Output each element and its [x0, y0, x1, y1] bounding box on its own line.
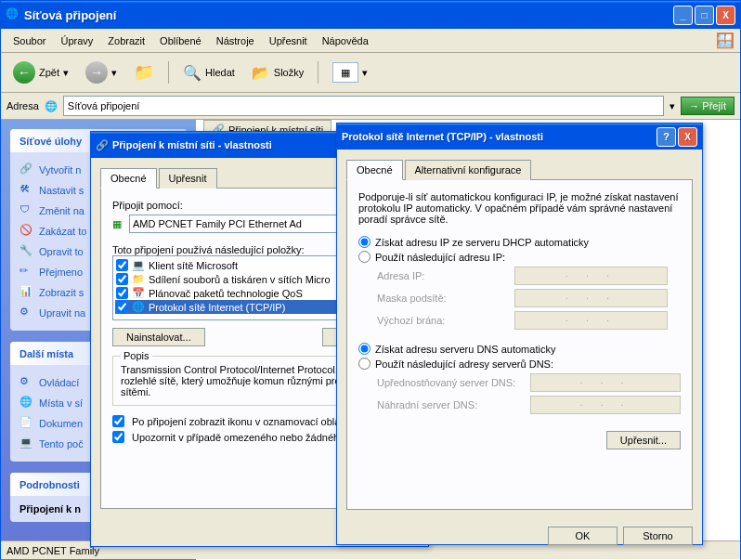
- address-input[interactable]: [63, 96, 664, 116]
- auto-dns-label: Získat adresu serveru DNS automaticky: [375, 344, 555, 355]
- task-label: Zobrazit s: [39, 287, 84, 298]
- forward-arrow-icon: →: [85, 61, 108, 84]
- view-button[interactable]: ▦ ▾: [326, 59, 374, 86]
- up-button[interactable]: 📁: [127, 59, 161, 86]
- folder-up-icon: 📁: [134, 62, 154, 83]
- panel-title: Další místa: [20, 348, 73, 359]
- menu-napoveda[interactable]: Nápověda: [316, 33, 375, 48]
- advanced-button[interactable]: Upřesnit...: [606, 431, 681, 449]
- place-label: Tento poč: [39, 438, 84, 449]
- panel-title: Síťové úlohy: [20, 136, 82, 147]
- menu-upravy[interactable]: Úpravy: [54, 33, 99, 48]
- static-ip-label: Použít následující adresu IP:: [375, 252, 505, 263]
- dhcp-radio[interactable]: [358, 236, 370, 248]
- component-label: Sdílení souborů a tiskáren v sítích Micr…: [149, 274, 331, 285]
- show-icon-checkbox[interactable]: [112, 415, 124, 427]
- folders-button[interactable]: 📂 Složky: [245, 60, 310, 85]
- tab-general[interactable]: Obecné: [346, 160, 403, 180]
- tab-advanced[interactable]: Upřesnit: [159, 168, 217, 189]
- close-button[interactable]: X: [716, 6, 735, 25]
- view-icon: ▦: [332, 62, 358, 83]
- task-label: Opravit to: [39, 246, 84, 257]
- menu-zobrazit[interactable]: Zobrazit: [101, 33, 151, 48]
- dialog-titlebar[interactable]: Protokol sítě Internet (TCP/IP) - vlastn…: [337, 124, 702, 150]
- task-label: Nastavit s: [39, 185, 84, 196]
- place-label: Ovládací: [39, 377, 79, 388]
- place-label: Místa v sí: [39, 397, 83, 409]
- component-icon: 🌐: [132, 301, 145, 313]
- menu-soubor[interactable]: Soubor: [6, 33, 52, 48]
- notify-checkbox[interactable]: [112, 431, 124, 443]
- auto-dns-radio[interactable]: [358, 343, 370, 355]
- static-ip-radio[interactable]: [358, 251, 370, 263]
- task-icon: 🛡: [20, 203, 34, 218]
- component-icon: 📅: [132, 287, 145, 299]
- task-icon: 🚫: [20, 224, 34, 239]
- component-checkbox[interactable]: [116, 301, 128, 313]
- component-checkbox[interactable]: [116, 287, 128, 299]
- dropdown-icon[interactable]: ▾: [670, 100, 675, 112]
- intro-text: Podporuje-li síť automatickou konfigurac…: [358, 191, 681, 225]
- place-icon: 💻: [20, 436, 34, 451]
- back-arrow-icon: ←: [13, 61, 35, 84]
- dropdown-icon: ▾: [362, 67, 368, 79]
- component-label: Klient sítě Microsoft: [149, 260, 238, 271]
- search-button[interactable]: 🔍 Hledat: [176, 60, 241, 85]
- ip-address-label: Adresa IP:: [377, 270, 507, 281]
- task-icon: 🔧: [20, 244, 34, 259]
- place-icon: 🌐: [20, 396, 34, 410]
- back-button[interactable]: ← Zpět ▾: [6, 58, 75, 87]
- dialog-close-button[interactable]: X: [678, 127, 697, 147]
- task-label: Změnit na: [39, 205, 84, 216]
- search-icon: 🔍: [183, 64, 202, 82]
- menu-oblibene[interactable]: Oblíbené: [153, 33, 208, 48]
- address-bar: Adresa 🌐 ▾ → Přejít: [1, 93, 740, 120]
- tab-alt-config[interactable]: Alternativní konfigurace: [405, 160, 532, 180]
- dhcp-label: Získat adresu IP ze serveru DHCP automat…: [375, 237, 589, 248]
- forward-button[interactable]: → ▾: [79, 58, 124, 87]
- titlebar[interactable]: 🌐 Síťová připojení _ □ X: [1, 1, 740, 29]
- component-checkbox[interactable]: [116, 259, 128, 271]
- ip-address-field: . . .: [514, 267, 668, 285]
- network-icon: 🌐: [45, 100, 58, 112]
- go-button[interactable]: → Přejít: [681, 97, 734, 115]
- gateway-label: Výchozí brána:: [377, 315, 507, 326]
- maximize-button[interactable]: □: [695, 6, 714, 25]
- search-label: Hledat: [205, 67, 235, 78]
- dialog-title: Protokol sítě Internet (TCP/IP) - vlastn…: [342, 131, 543, 142]
- ok-button[interactable]: OK: [548, 527, 618, 545]
- menu-nastroje[interactable]: Nástroje: [210, 33, 261, 48]
- place-icon: ⚙: [20, 375, 34, 390]
- subnet-mask-field: . . .: [514, 289, 668, 307]
- task-icon: 🔗: [20, 163, 34, 177]
- alternate-dns-label: Náhradní server DNS:: [377, 399, 523, 410]
- menu-upresnit[interactable]: Upřesnit: [263, 33, 314, 48]
- install-button[interactable]: Nainstalovat...: [112, 328, 205, 346]
- task-label: Zakázat to: [39, 226, 86, 237]
- separator: [168, 61, 169, 84]
- minimize-button[interactable]: _: [673, 6, 693, 25]
- place-icon: 📄: [20, 416, 34, 431]
- lan-icon: 🔗: [96, 139, 109, 151]
- status-text: AMD PCNET Family: [6, 545, 99, 556]
- menubar: Soubor Úpravy Zobrazit Oblíbené Nástroje…: [1, 29, 740, 53]
- task-icon: 🛠: [20, 183, 34, 198]
- static-dns-label: Použít následující adresy serverů DNS:: [375, 358, 553, 370]
- tab-general[interactable]: Obecné: [100, 168, 157, 189]
- task-icon: ⚙: [20, 306, 34, 320]
- static-dns-radio[interactable]: [358, 358, 370, 370]
- component-label: Protokol sítě Internet (TCP/IP): [149, 302, 285, 313]
- preferred-dns-label: Upřednostňovaný server DNS:: [377, 377, 523, 388]
- panel-title: Podrobnosti: [20, 479, 80, 490]
- back-label: Zpět: [39, 67, 59, 78]
- help-button[interactable]: ?: [656, 127, 676, 147]
- component-checkbox[interactable]: [116, 273, 128, 285]
- preferred-dns-field: . . .: [530, 373, 681, 392]
- show-icon-label: Po připojení zobrazit ikonu v oznamovací…: [132, 416, 340, 427]
- go-label: Přejít: [702, 100, 726, 111]
- windows-flag-icon: 🪟: [716, 32, 734, 49]
- component-icon: 📁: [132, 273, 145, 285]
- window-title: Síťová připojení: [24, 8, 673, 22]
- cancel-button[interactable]: Storno: [623, 527, 693, 545]
- separator: [318, 61, 318, 84]
